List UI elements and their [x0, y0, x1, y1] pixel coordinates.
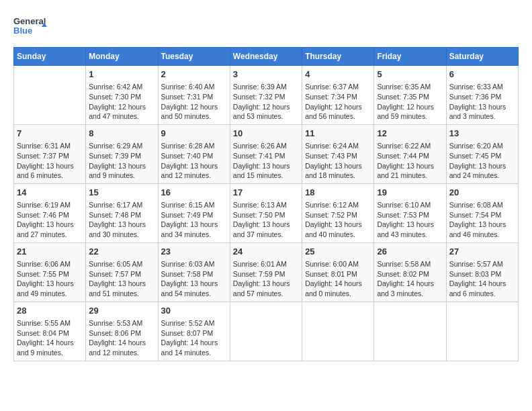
calendar-cell: 30Sunrise: 5:52 AMSunset: 8:07 PMDayligh…	[158, 302, 230, 361]
calendar-cell: 19Sunrise: 6:10 AMSunset: 7:53 PMDayligh…	[374, 183, 446, 242]
day-info-line: Sunset: 7:34 PM	[305, 92, 371, 102]
logo-svg: GeneralBlue	[13, 13, 47, 40]
day-info-line: and 9 minutes.	[17, 348, 83, 358]
day-info-line: Sunset: 7:36 PM	[449, 92, 515, 102]
day-info-line: Sunrise: 6:31 AM	[17, 141, 83, 151]
calendar-cell: 12Sunrise: 6:22 AMSunset: 7:44 PMDayligh…	[374, 124, 446, 183]
day-info-line: Sunrise: 6:08 AM	[449, 200, 515, 210]
day-info-line: and 15 minutes.	[233, 171, 299, 181]
calendar-header-saturday: Saturday	[446, 48, 518, 66]
calendar-cell: 25Sunrise: 6:00 AMSunset: 8:01 PMDayligh…	[302, 242, 374, 302]
day-info-line: Daylight: 13 hours	[161, 161, 227, 171]
day-number: 15	[89, 187, 154, 199]
day-number: 18	[305, 187, 371, 199]
day-number: 16	[161, 187, 227, 199]
day-info-line: and 12 minutes.	[161, 171, 227, 181]
day-info-line: Sunrise: 6:35 AM	[377, 82, 443, 92]
day-number: 8	[89, 128, 154, 140]
day-number: 27	[449, 246, 515, 258]
day-number: 28	[17, 305, 83, 317]
day-info-line: Sunrise: 5:52 AM	[161, 318, 227, 328]
day-info-line: and 14 minutes.	[161, 348, 227, 358]
day-info-line: and 59 minutes.	[377, 111, 443, 122]
day-info-line: Sunset: 7:54 PM	[449, 210, 515, 220]
day-info-line: and 40 minutes.	[305, 230, 371, 240]
day-info-line: Sunrise: 6:37 AM	[305, 82, 371, 92]
day-info-line: and 30 minutes.	[89, 230, 154, 240]
calendar-cell: 16Sunrise: 6:15 AMSunset: 7:49 PMDayligh…	[158, 183, 230, 242]
day-number: 9	[161, 128, 227, 140]
calendar-cell: 20Sunrise: 6:08 AMSunset: 7:54 PMDayligh…	[446, 183, 518, 242]
svg-text:General: General	[13, 16, 46, 26]
day-info-line: Sunrise: 6:40 AM	[161, 82, 227, 92]
day-info-line: Sunrise: 5:58 AM	[377, 259, 443, 269]
calendar-header-tuesday: Tuesday	[158, 48, 230, 66]
day-info-line: Daylight: 14 hours	[449, 279, 515, 289]
day-info-line: and 53 minutes.	[233, 111, 299, 122]
day-info-line: Sunset: 7:52 PM	[305, 210, 371, 220]
day-info-line: Sunrise: 5:55 AM	[17, 318, 83, 328]
day-info-line: Daylight: 13 hours	[89, 161, 154, 171]
day-info-line: and 6 minutes.	[17, 171, 83, 181]
calendar-cell: 14Sunrise: 6:19 AMSunset: 7:46 PMDayligh…	[14, 183, 86, 242]
day-info-line: Sunrise: 6:28 AM	[161, 141, 227, 151]
day-info-line: Sunrise: 5:57 AM	[449, 259, 515, 269]
day-info-line: and 49 minutes.	[17, 289, 83, 299]
day-info-line: Daylight: 12 hours	[233, 102, 299, 112]
day-info-line: Daylight: 13 hours	[161, 220, 227, 230]
calendar-cell	[446, 302, 518, 361]
day-info-line: Sunrise: 5:53 AM	[89, 318, 154, 328]
calendar-cell: 18Sunrise: 6:12 AMSunset: 7:52 PMDayligh…	[302, 183, 374, 242]
day-number: 14	[17, 187, 83, 199]
calendar-header-row: SundayMondayTuesdayWednesdayThursdayFrid…	[14, 48, 519, 66]
day-info-line: Daylight: 13 hours	[89, 279, 154, 289]
day-info-line: Daylight: 12 hours	[161, 102, 227, 112]
day-info-line: Sunrise: 6:39 AM	[233, 82, 299, 92]
day-info-line: and 6 minutes.	[449, 289, 515, 299]
day-info-line: and 0 minutes.	[305, 289, 371, 299]
day-info-line: and 46 minutes.	[449, 230, 515, 240]
day-info-line: Sunrise: 6:05 AM	[89, 259, 154, 269]
day-number: 13	[449, 128, 515, 140]
calendar-cell	[302, 302, 374, 361]
day-info-line: and 34 minutes.	[161, 230, 227, 240]
calendar-cell: 13Sunrise: 6:20 AMSunset: 7:45 PMDayligh…	[446, 124, 518, 183]
day-info-line: Sunrise: 6:26 AM	[233, 141, 299, 151]
day-info-line: Sunrise: 6:00 AM	[305, 259, 371, 269]
calendar-cell: 7Sunrise: 6:31 AMSunset: 7:37 PMDaylight…	[14, 124, 86, 183]
day-info-line: Daylight: 13 hours	[161, 279, 227, 289]
day-number: 22	[89, 246, 154, 258]
calendar-cell: 15Sunrise: 6:17 AMSunset: 7:48 PMDayligh…	[86, 183, 158, 242]
day-info-line: Sunset: 7:55 PM	[17, 269, 83, 279]
calendar-cell	[230, 302, 302, 361]
day-info-line: Daylight: 13 hours	[305, 161, 371, 171]
day-number: 24	[233, 246, 299, 258]
day-info-line: and 18 minutes.	[305, 171, 371, 181]
svg-text:Blue: Blue	[13, 26, 32, 36]
calendar-cell: 4Sunrise: 6:37 AMSunset: 7:34 PMDaylight…	[302, 66, 374, 125]
day-info-line: Sunrise: 6:06 AM	[17, 259, 83, 269]
day-info-line: Sunset: 7:45 PM	[449, 151, 515, 161]
day-info-line: Sunrise: 6:15 AM	[161, 200, 227, 210]
day-info-line: Sunset: 7:44 PM	[377, 151, 443, 161]
calendar-cell: 22Sunrise: 6:05 AMSunset: 7:57 PMDayligh…	[86, 242, 158, 302]
day-info-line: Sunrise: 6:29 AM	[89, 141, 154, 151]
calendar-cell: 23Sunrise: 6:03 AMSunset: 7:58 PMDayligh…	[158, 242, 230, 302]
calendar-cell: 8Sunrise: 6:29 AMSunset: 7:39 PMDaylight…	[86, 124, 158, 183]
day-info-line: and 47 minutes.	[89, 111, 154, 122]
calendar-cell: 24Sunrise: 6:01 AMSunset: 7:59 PMDayligh…	[230, 242, 302, 302]
day-info-line: Sunset: 8:02 PM	[377, 269, 443, 279]
day-info-line: and 51 minutes.	[89, 289, 154, 299]
day-number: 26	[377, 246, 443, 258]
day-info-line: and 43 minutes.	[377, 230, 443, 240]
day-info-line: Daylight: 13 hours	[449, 102, 515, 112]
day-info-line: and 12 minutes.	[89, 348, 154, 358]
calendar-header-wednesday: Wednesday	[230, 48, 302, 66]
calendar-cell: 29Sunrise: 5:53 AMSunset: 8:06 PMDayligh…	[86, 302, 158, 361]
day-info-line: and 37 minutes.	[233, 230, 299, 240]
day-number: 29	[89, 305, 154, 317]
day-info-line: Sunset: 7:31 PM	[161, 92, 227, 102]
day-info-line: and 3 minutes.	[449, 111, 515, 122]
day-info-line: Sunset: 7:59 PM	[233, 269, 299, 279]
day-number: 12	[377, 128, 443, 140]
